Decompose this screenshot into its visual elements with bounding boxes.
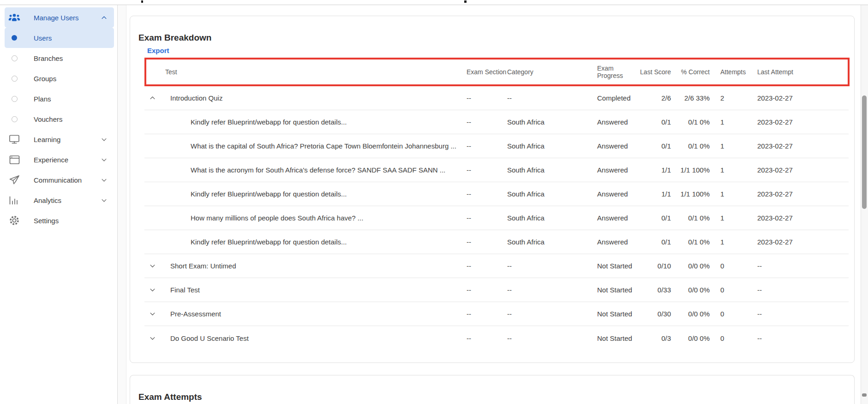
sidebar-item-groups[interactable]: Groups [5, 68, 114, 89]
cell-attempts: 1 [710, 190, 757, 198]
sidebar-item-analytics[interactable]: Analytics [5, 190, 114, 210]
cell-test: Kindly refer Blueprint/webapp for questi… [160, 238, 467, 246]
test-row[interactable]: Short Exam: Untimed----Not Started0/100/… [144, 254, 849, 278]
question-row[interactable]: Kindly refer Blueprint/webapp for questi… [144, 230, 849, 254]
sidebar-divider [117, 5, 126, 404]
sidebar-item-label: Plans [34, 95, 51, 103]
sidebar-item-settings[interactable]: Settings [5, 210, 114, 231]
cell-exam-progress: Not Started [587, 334, 637, 342]
cell-exam-section: -- [467, 94, 507, 102]
table-body: Introduction Quiz----Completed2/62/6 33%… [144, 86, 849, 350]
question-row[interactable]: How many millions of people does South A… [144, 206, 849, 230]
cell-pct-correct: 0/0 0% [671, 310, 710, 318]
scrollbar-thumb[interactable] [862, 95, 867, 209]
cell-pct-correct: 0/1 0% [671, 142, 710, 150]
cell-exam-section: -- [467, 238, 507, 246]
sidebar-item-manage-users[interactable]: Manage Users [5, 7, 114, 28]
test-row[interactable]: Pre-Assessment----Not Started0/300/0 0%0… [144, 302, 849, 326]
test-row[interactable]: Final Test----Not Started0/330/0 0%0-- [144, 278, 849, 302]
test-row[interactable]: Introduction Quiz----Completed2/62/6 33%… [144, 86, 849, 110]
exam-breakdown-card: Exam Breakdown Export TestExam SectionCa… [130, 16, 855, 363]
cell-exam-section: -- [467, 286, 507, 294]
row-expand-chevron-down-icon[interactable] [149, 335, 156, 342]
question-row[interactable]: What is the capital of South Africa? Pre… [144, 134, 849, 158]
sidebar-item-learning[interactable]: Learning [5, 129, 114, 149]
cell-test: Do Good U Scenario Test [160, 334, 467, 342]
sidebar-item-label: Manage Users [34, 14, 79, 22]
top-border-line [0, 5, 868, 5]
page-scrollbar[interactable] [861, 5, 868, 404]
row-expand-chevron-down-icon[interactable] [149, 310, 156, 317]
radio-circle [8, 52, 20, 64]
cell-category: -- [507, 286, 587, 294]
bar-chart-icon [8, 194, 20, 206]
column-header-last-attempt: Last Attempt [757, 68, 849, 76]
cell-attempts: 0 [710, 334, 757, 342]
cell-attempts: 0 [710, 286, 757, 294]
sidebar-item-label: Learning [34, 136, 60, 143]
cell-test: Kindly refer Blueprint/webapp for questi… [160, 118, 467, 126]
cell-attempts: 1 [710, 142, 757, 150]
sidebar-item-label: Users [34, 34, 52, 42]
monitor-icon [8, 133, 20, 145]
chevron-up-icon [101, 14, 108, 21]
cell-pct-correct: 0/0 0% [671, 286, 710, 294]
cell-last-attempt: 2023-02-27 [757, 214, 849, 222]
bullet-dot [8, 32, 20, 44]
cell-category: South Africa [507, 142, 587, 150]
question-row[interactable]: What is the acronym for South Africa's d… [144, 158, 849, 182]
cell-attempts: 1 [710, 238, 757, 246]
cell-last-attempt: -- [757, 262, 849, 270]
export-button[interactable]: Export [147, 47, 169, 54]
question-row[interactable]: Kindly refer Blueprint/webapp for questi… [144, 110, 849, 134]
sidebar-item-label: Vouchers [34, 115, 63, 123]
cell-last-score: 0/33 [637, 286, 671, 294]
users-group-icon [8, 12, 20, 24]
cell-last-attempt: -- [757, 334, 849, 342]
cell-category: -- [507, 334, 587, 342]
sidebar-item-vouchers[interactable]: Vouchers [5, 109, 114, 129]
row-expand-chevron-down-icon[interactable] [149, 262, 156, 269]
cell-last-attempt: -- [757, 310, 849, 318]
cell-last-score: 0/1 [637, 142, 671, 150]
sidebar-item-branches[interactable]: Branches [5, 48, 114, 68]
column-header-attempts: Attempts [710, 68, 757, 76]
sidebar-item-users[interactable]: Users [5, 28, 114, 48]
cell-pct-correct: 0/1 0% [671, 238, 710, 246]
cell-last-score: 0/30 [637, 310, 671, 318]
cell-exam-progress: Answered [587, 238, 637, 246]
sidebar-item-experience[interactable]: Experience [5, 149, 114, 170]
cell-attempts: 0 [710, 310, 757, 318]
cell-exam-progress: Answered [587, 214, 637, 222]
cell-pct-correct: 0/1 0% [671, 118, 710, 126]
cell-exam-progress: Not Started [587, 262, 637, 270]
scrollbar-artifact [862, 393, 867, 397]
question-row[interactable]: Kindly refer Blueprint/webapp for questi… [144, 182, 849, 206]
column-header-test: Test [160, 68, 467, 76]
cell-test: How many millions of people does South A… [160, 214, 467, 222]
cell-category: South Africa [507, 190, 587, 198]
cell-exam-section: -- [467, 262, 507, 270]
chevron-down-icon [101, 177, 108, 184]
cell-test: Kindly refer Blueprint/webapp for questi… [160, 190, 467, 198]
cell-last-attempt: 2023-02-27 [757, 94, 849, 102]
cell-exam-section: -- [467, 166, 507, 174]
row-expand-chevron-down-icon[interactable] [149, 286, 156, 293]
sidebar-item-communication[interactable]: Communication [5, 170, 114, 190]
cell-category: South Africa [507, 166, 587, 174]
clipped-text-artifact [141, 0, 143, 3]
row-expand-chevron-up-icon[interactable] [149, 95, 156, 101]
cell-test: Pre-Assessment [160, 310, 467, 318]
sidebar-item-label: Groups [34, 75, 56, 83]
cell-attempts: 1 [710, 118, 757, 126]
cell-last-score: 1/1 [637, 166, 671, 174]
cell-category: South Africa [507, 118, 587, 126]
cell-category: -- [507, 262, 587, 270]
cell-last-score: 1/1 [637, 190, 671, 198]
test-row[interactable]: Do Good U Scenario Test----Not Started0/… [144, 326, 849, 350]
cell-exam-section: -- [467, 214, 507, 222]
sidebar-item-plans[interactable]: Plans [5, 89, 114, 109]
chevron-down-icon [101, 136, 108, 143]
gear-icon [8, 214, 20, 226]
chevron-down-icon [101, 156, 108, 163]
